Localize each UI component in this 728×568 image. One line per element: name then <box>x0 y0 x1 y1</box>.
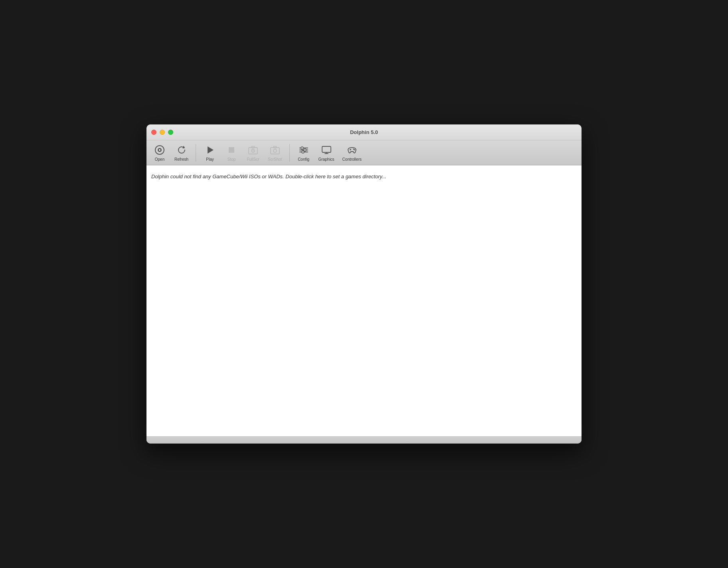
fullscr-label: FullScr <box>247 157 259 162</box>
svg-marker-3 <box>208 146 214 154</box>
svg-point-25 <box>354 149 355 150</box>
svg-point-16 <box>304 149 306 151</box>
scrshot-button[interactable]: ScrShot <box>265 142 285 163</box>
graphics-label: Graphics <box>318 157 334 162</box>
svg-rect-18 <box>322 146 331 152</box>
svg-point-11 <box>273 149 277 152</box>
maximize-button[interactable] <box>168 130 173 135</box>
play-label: Play <box>206 157 214 162</box>
svg-point-17 <box>302 151 304 153</box>
refresh-label: Refresh <box>174 157 188 162</box>
application-window: Dolphin 5.0 Open Refresh <box>146 124 582 444</box>
svg-point-2 <box>159 149 160 151</box>
scrshot-label: ScrShot <box>268 157 282 162</box>
controllers-label: Controllers <box>342 157 362 162</box>
titlebar: Dolphin 5.0 <box>146 124 582 140</box>
content-area[interactable]: Dolphin could not find any GameCube/Wii … <box>146 166 582 436</box>
graphics-button[interactable]: Graphics <box>315 142 338 163</box>
stop-button[interactable]: Stop <box>222 142 241 163</box>
open-icon <box>153 144 166 156</box>
stop-label: Stop <box>228 157 236 162</box>
svg-rect-4 <box>229 147 234 153</box>
svg-rect-9 <box>271 148 279 154</box>
config-button[interactable]: Config <box>294 142 314 163</box>
play-icon <box>204 144 216 156</box>
window-controls <box>151 130 173 135</box>
config-label: Config <box>298 157 309 162</box>
statusbar <box>146 436 582 444</box>
minimize-button[interactable] <box>160 130 165 135</box>
separator-2 <box>289 144 290 162</box>
window-title: Dolphin 5.0 <box>350 129 378 135</box>
svg-point-24 <box>353 149 354 150</box>
controllers-icon <box>346 144 358 156</box>
svg-rect-6 <box>251 146 255 148</box>
svg-point-8 <box>253 150 254 152</box>
stop-icon <box>225 144 238 156</box>
empty-message[interactable]: Dolphin could not find any GameCube/Wii … <box>151 174 386 179</box>
play-button[interactable]: Play <box>200 142 220 163</box>
refresh-icon <box>175 144 188 156</box>
close-button[interactable] <box>151 130 156 135</box>
svg-point-15 <box>301 147 303 149</box>
separator-1 <box>196 144 196 162</box>
toolbar: Open Refresh Play <box>146 140 582 165</box>
scrshot-icon <box>269 144 281 156</box>
controllers-button[interactable]: Controllers <box>339 142 365 163</box>
config-icon <box>297 144 310 156</box>
svg-rect-10 <box>273 146 277 148</box>
graphics-icon <box>320 144 333 156</box>
open-label: Open <box>155 157 164 162</box>
open-button[interactable]: Open <box>150 142 170 163</box>
refresh-button[interactable]: Refresh <box>171 142 192 163</box>
fullscr-button[interactable]: FullScr <box>243 142 263 163</box>
fullscr-icon <box>247 144 259 156</box>
